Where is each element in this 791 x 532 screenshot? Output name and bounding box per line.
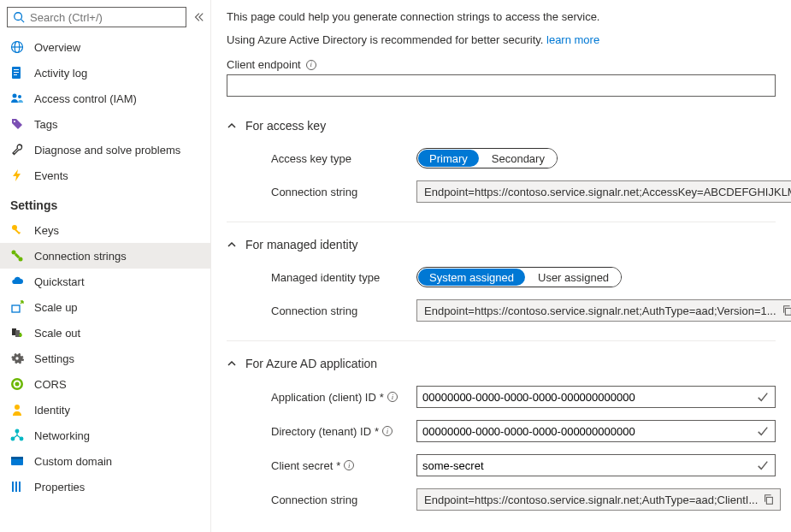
mi-type-toggle[interactable]: System assigned User assigned [416,267,622,287]
section-toggle-access-key[interactable]: For access key [227,119,776,133]
nav-label: Connection strings [34,250,127,263]
sidebar-item-activity-log[interactable]: Activity log [0,60,210,86]
nav-label: Overview [34,41,80,54]
sidebar-item-settings[interactable]: Settings [0,346,210,371]
nav-label: Custom domain [34,455,112,468]
sidebar-item-access-control[interactable]: Access control (IAM) [0,86,210,111]
svg-point-23 [15,357,18,359]
bolt-icon [10,168,24,182]
copy-icon[interactable] [763,494,775,505]
sidebar-item-keys[interactable]: Keys [0,217,210,243]
client-secret-input[interactable] [416,454,776,476]
info-icon[interactable]: i [344,460,354,470]
nav-label: Networking [34,429,90,442]
aad-conn-value: Endpoint=https://contoso.service.signalr… [424,494,758,506]
section-managed-identity: For managed identity Managed identity ty… [227,222,776,341]
globe-icon [10,40,24,54]
search-icon [13,11,25,23]
nav-label: Diagnose and solve problems [34,144,180,157]
identity-icon [10,403,24,417]
svg-rect-35 [19,482,21,492]
svg-rect-22 [19,334,22,336]
svg-rect-34 [15,482,17,492]
nav-label: Properties [34,481,85,494]
sidebar-item-connection-strings[interactable]: Connection strings [0,243,210,269]
properties-icon [10,480,24,494]
svg-point-26 [15,382,20,387]
svg-rect-8 [14,74,17,75]
sidebar-item-scale-out[interactable]: Scale out [0,320,210,346]
learn-more-link[interactable]: learn more [546,33,599,46]
sidebar-item-overview[interactable]: Overview [0,34,210,60]
nav-label: Events [34,169,68,182]
copy-icon[interactable] [782,304,791,316]
sidebar-item-networking[interactable]: Networking [0,423,210,448]
pill-user-assigned[interactable]: User assigned [526,268,621,287]
svg-rect-38 [767,497,773,504]
access-key-conn-box: Endpoint=https://contoso.service.signalr… [416,180,791,203]
svg-point-10 [18,95,21,98]
svg-rect-20 [15,330,20,337]
nav-label: Scale out [34,327,80,340]
mi-conn-value: Endpoint=https://contoso.service.signalr… [424,304,776,317]
cors-icon [10,377,24,391]
app-id-label: Application (client) ID * i [271,391,416,404]
main-content: This page could help you generate connec… [211,0,791,532]
tag-icon [10,117,24,131]
section-toggle-aad[interactable]: For Azure AD application [227,357,776,370]
sidebar-item-identity[interactable]: Identity [0,397,210,423]
svg-point-9 [13,94,17,98]
mi-conn-box: Endpoint=https://contoso.service.signalr… [416,299,791,322]
svg-rect-18 [12,305,20,312]
sidebar: Overview Activity log Access control (IA… [0,0,211,532]
tenant-id-label: Directory (tenant) ID * i [271,425,416,438]
mi-type-label: Managed identity type [271,271,416,284]
gear-icon [10,352,24,365]
domain-icon [10,454,24,468]
info-icon[interactable]: i [382,426,393,436]
cloud-icon [10,275,24,288]
connection-icon [10,249,24,263]
client-endpoint-input[interactable] [227,74,776,97]
svg-rect-17 [15,253,20,258]
sidebar-item-quickstart[interactable]: Quickstart [0,269,210,294]
sidebar-item-custom-domain[interactable]: Custom domain [0,448,210,474]
sidebar-item-events[interactable]: Events [0,163,210,188]
nav-label: Scale up [34,301,78,314]
chevron-up-icon [227,358,237,369]
client-secret-label: Client secret * i [271,459,416,472]
wrench-icon [10,143,24,157]
sidebar-item-scale-up[interactable]: Scale up [0,294,210,320]
section-toggle-managed-identity[interactable]: For managed identity [227,238,776,251]
search-box[interactable] [7,7,186,27]
pill-system-assigned[interactable]: System assigned [418,269,525,286]
sidebar-item-cors[interactable]: CORS [0,371,210,397]
app-id-input[interactable] [416,386,776,408]
sidebar-item-properties[interactable]: Properties [0,474,210,499]
svg-line-1 [21,20,25,23]
sidebar-item-tags[interactable]: Tags [0,111,210,137]
section-access-key: For access key Access key type Primary S… [227,103,776,222]
mi-conn-label: Connection string [271,304,416,317]
access-key-conn-label: Connection string [271,186,416,198]
tenant-id-input[interactable] [416,420,776,442]
nav-label: Tags [34,118,57,131]
sidebar-item-diagnose[interactable]: Diagnose and solve problems [0,137,210,163]
access-key-type-toggle[interactable]: Primary Secondary [416,148,558,168]
svg-rect-7 [14,72,19,73]
pill-primary[interactable]: Primary [418,150,479,167]
svg-rect-33 [12,482,14,492]
client-endpoint-label: Client endpoint i [227,58,776,71]
nav-label: Identity [34,404,70,417]
scaleup-icon [10,300,24,314]
sidebar-heading-settings: Settings [0,188,210,217]
info-icon[interactable]: i [387,392,398,402]
collapse-sidebar-button[interactable] [190,9,207,26]
search-input[interactable] [30,11,180,24]
info-icon[interactable]: i [306,60,316,70]
svg-rect-37 [785,308,791,315]
nav-label: CORS [34,378,67,391]
aad-conn-box: Endpoint=https://contoso.service.signalr… [416,488,781,511]
people-icon [10,92,24,105]
pill-secondary[interactable]: Secondary [480,149,557,168]
